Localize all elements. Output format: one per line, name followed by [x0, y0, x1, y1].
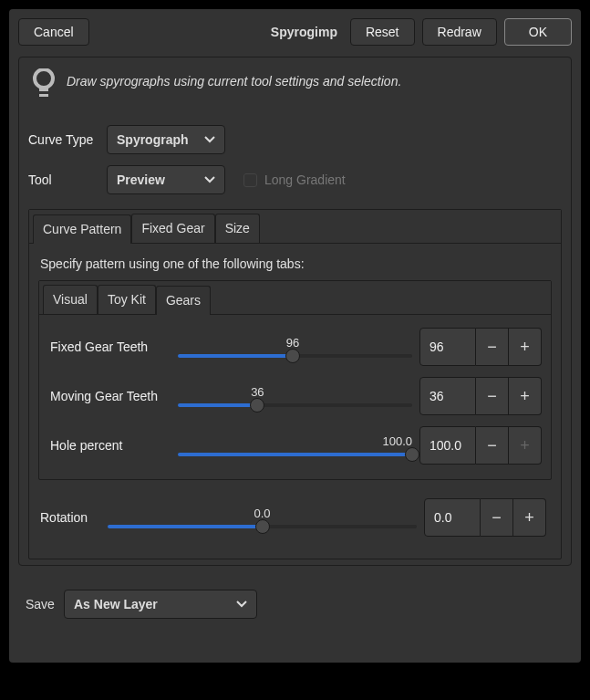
tab-curve-pattern[interactable]: Curve Pattern	[33, 214, 131, 244]
slider-thumb[interactable]	[255, 519, 270, 534]
tabs-row: Curve Pattern Fixed Gear Size	[29, 210, 561, 244]
curve-type-value: Spyrograph	[117, 132, 189, 147]
plus-button[interactable]: +	[513, 498, 546, 537]
dialog-window: Cancel Spyrogimp Reset Redraw OK Draw sp…	[9, 9, 581, 663]
moving-gear-teeth-spin: 36 − +	[419, 377, 542, 415]
chevron-down-icon	[204, 136, 215, 143]
tab-gears[interactable]: Gears	[156, 286, 211, 315]
slider-track	[178, 354, 412, 358]
tool-value: Preview	[117, 172, 165, 187]
hole-percent-slider[interactable]: 100.0	[178, 434, 412, 456]
dialog-title: Spyrogimp	[97, 25, 343, 39]
slider-value-label: 96	[286, 336, 299, 350]
long-gradient-checkbox[interactable]	[243, 173, 257, 187]
save-label: Save	[26, 597, 55, 611]
moving-gear-teeth-slider[interactable]: 36	[178, 385, 412, 407]
tab-fixed-gear[interactable]: Fixed Gear	[131, 214, 214, 243]
curve-type-select[interactable]: Spyrograph	[107, 125, 225, 154]
plus-button[interactable]: +	[509, 328, 542, 366]
inner-tabs-row: Visual Toy Kit Gears	[39, 281, 551, 315]
svg-rect-2	[39, 94, 48, 97]
slider-track	[178, 453, 412, 456]
tab-toy-kit[interactable]: Toy Kit	[98, 285, 156, 314]
hole-percent-row: Hole percent 100.0 100.0	[43, 421, 547, 470]
slider-fill	[178, 354, 293, 358]
slider-fill	[178, 453, 412, 456]
long-gradient-row: Long Gradient	[243, 172, 346, 187]
curve-type-row: Curve Type Spyrograph	[28, 125, 562, 154]
slider-track	[178, 403, 412, 407]
slider-thumb[interactable]	[285, 349, 300, 363]
rotation-input[interactable]: 0.0	[424, 498, 481, 537]
tool-select[interactable]: Preview	[107, 165, 225, 194]
rotation-slider[interactable]: 0.0	[108, 507, 417, 528]
tool-label: Tool	[28, 172, 96, 187]
moving-gear-teeth-input[interactable]: 36	[419, 377, 476, 415]
rotation-spin: 0.0 − +	[424, 498, 546, 537]
fixed-gear-teeth-spin: 96 − +	[419, 328, 542, 366]
chevron-down-icon	[204, 176, 215, 183]
info-text: Draw spyrographs using current tool sett…	[67, 68, 401, 89]
plus-button[interactable]: +	[509, 377, 542, 415]
fixed-gear-teeth-label: Fixed Gear Teeth	[50, 340, 171, 354]
lightbulb-icon	[32, 68, 56, 101]
slider-value-label: 0.0	[254, 507, 270, 520]
fixed-gear-teeth-row: Fixed Gear Teeth 96 96	[43, 322, 547, 371]
tab-size[interactable]: Size	[215, 214, 260, 243]
slider-fill	[178, 403, 257, 407]
slider-fill	[108, 525, 263, 528]
form-body: Curve Type Spyrograph Tool Preview	[19, 125, 571, 565]
long-gradient-label: Long Gradient	[264, 172, 346, 187]
inner-tabs-content: Fixed Gear Teeth 96 96	[39, 315, 551, 479]
chevron-down-icon	[236, 601, 247, 608]
ok-button[interactable]: OK	[504, 18, 572, 46]
minus-button[interactable]: −	[476, 377, 509, 415]
fixed-gear-teeth-slider[interactable]: 96	[178, 336, 412, 358]
slider-thumb[interactable]	[405, 447, 419, 462]
hole-percent-input[interactable]: 100.0	[419, 426, 476, 465]
svg-rect-1	[39, 86, 48, 91]
save-value: As New Layer	[74, 597, 158, 611]
moving-gear-teeth-row: Moving Gear Teeth 36 36	[43, 371, 547, 421]
minus-button[interactable]: −	[476, 328, 509, 366]
tabs-hint: Specify pattern using one of the followi…	[38, 256, 552, 271]
plus-button: +	[509, 426, 542, 465]
slider-value-label: 100.0	[382, 434, 412, 448]
hole-percent-label: Hole percent	[50, 438, 171, 453]
reset-button[interactable]: Reset	[350, 18, 415, 46]
main-panel: Draw spyrographs using current tool sett…	[18, 57, 572, 566]
moving-gear-teeth-label: Moving Gear Teeth	[50, 389, 171, 403]
minus-button[interactable]: −	[481, 498, 513, 537]
save-select[interactable]: As New Layer	[64, 590, 257, 619]
tab-visual[interactable]: Visual	[43, 285, 98, 314]
hole-percent-spin: 100.0 − +	[419, 426, 542, 465]
curve-type-label: Curve Type	[28, 132, 96, 147]
info-row: Draw spyrographs using current tool sett…	[19, 57, 571, 125]
minus-button[interactable]: −	[476, 426, 509, 465]
slider-track	[108, 525, 417, 528]
save-row: Save As New Layer	[9, 575, 581, 641]
tabs-content: Specify pattern using one of the followi…	[29, 244, 561, 559]
redraw-button[interactable]: Redraw	[422, 18, 497, 46]
title-bar: Cancel Spyrogimp Reset Redraw OK	[9, 9, 581, 57]
svg-point-0	[35, 69, 53, 88]
inner-tabs-panel: Visual Toy Kit Gears Fixed Gear Teeth 96	[38, 280, 552, 480]
cancel-button[interactable]: Cancel	[18, 18, 89, 46]
slider-thumb[interactable]	[250, 398, 264, 413]
tool-row: Tool Preview Long Gradient	[28, 165, 562, 194]
rotation-row: Rotation 0.0 0.0 − +	[38, 493, 552, 542]
tabs-panel: Curve Pattern Fixed Gear Size Specify pa…	[28, 209, 562, 559]
rotation-label: Rotation	[40, 510, 100, 525]
fixed-gear-teeth-input[interactable]: 96	[419, 328, 476, 366]
slider-value-label: 36	[251, 385, 264, 399]
